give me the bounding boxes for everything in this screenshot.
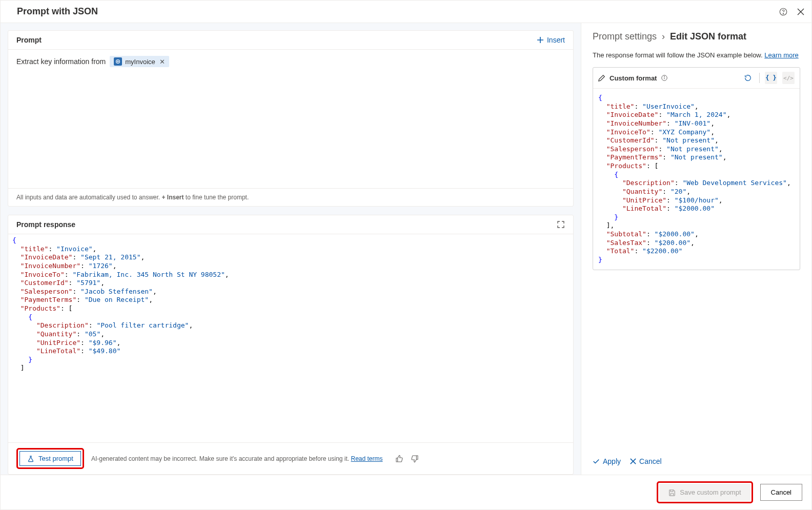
chip-remove-icon[interactable]: ✕	[159, 58, 165, 66]
edit-icon	[598, 74, 605, 81]
code-view-icon[interactable]: </>	[782, 72, 795, 84]
breadcrumb: Prompt settings › Edit JSON format	[581, 23, 811, 46]
svg-point-4	[664, 76, 665, 77]
thumbs-up-icon[interactable]	[395, 455, 403, 463]
info-icon[interactable]	[661, 74, 668, 81]
prompt-panel: Prompt Insert Extract key information fr…	[8, 30, 574, 207]
test-prompt-label: Test prompt	[38, 455, 73, 462]
response-json-viewer[interactable]: { "title": "Invoice", "InvoiceDate": "Se…	[8, 234, 573, 442]
learn-more-link[interactable]: Learn more	[764, 51, 798, 59]
breadcrumb-current: Edit JSON format	[670, 31, 746, 42]
insert-label: Insert	[547, 36, 565, 44]
custom-format-panel: Custom format { } </> { "titl	[593, 67, 800, 270]
save-button-highlight: Save custom prompt	[657, 481, 753, 503]
help-icon[interactable]	[779, 7, 788, 16]
dialog-footer: Save custom prompt Cancel	[1, 475, 811, 509]
expand-icon[interactable]	[557, 220, 565, 229]
reset-icon[interactable]	[742, 72, 754, 84]
inline-cancel-button[interactable]: Cancel	[630, 457, 662, 465]
svg-point-1	[783, 13, 783, 14]
close-icon[interactable]	[797, 8, 804, 15]
json-view-icon[interactable]: { }	[765, 72, 777, 84]
cancel-button[interactable]: Cancel	[760, 484, 802, 501]
right-column: Prompt settings › Edit JSON format The r…	[581, 23, 811, 475]
apply-button[interactable]: Apply	[593, 457, 621, 465]
breadcrumb-parent[interactable]: Prompt settings	[593, 31, 657, 42]
chip-label: myInvoice	[125, 58, 155, 66]
titlebar: Prompt with JSON	[1, 1, 811, 23]
document-icon	[114, 57, 122, 66]
ai-disclaimer: AI-generated content may be incorrect. M…	[91, 455, 383, 462]
insert-button[interactable]: Insert	[537, 36, 565, 44]
save-custom-prompt-button[interactable]: Save custom prompt	[659, 484, 750, 501]
custom-format-editor[interactable]: { "title": "UserInvoice", "InvoiceDate":…	[593, 89, 800, 270]
test-prompt-highlight: Test prompt	[16, 448, 84, 469]
left-column: Prompt Insert Extract key information fr…	[1, 23, 581, 475]
prompt-text-prefix: Extract key information from	[16, 57, 106, 66]
chevron-right-icon: ›	[662, 31, 665, 42]
response-panel: Prompt response { "title": "Invoice", "I…	[8, 215, 574, 475]
test-prompt-button[interactable]: Test prompt	[19, 451, 81, 466]
custom-format-label: Custom format	[610, 74, 657, 82]
response-panel-title: Prompt response	[16, 220, 557, 229]
page-title: Prompt with JSON	[17, 6, 779, 17]
format-description: The response format will follow the JSON…	[581, 46, 811, 67]
prompt-panel-title: Prompt	[16, 36, 537, 44]
prompt-input-area[interactable]: Extract key information from myInvoice ✕	[8, 50, 573, 188]
thumbs-down-icon[interactable]	[411, 455, 419, 463]
prompt-footer-hint: All inputs and data are automatically us…	[8, 188, 573, 206]
read-terms-link[interactable]: Read terms	[351, 455, 383, 462]
input-chip-myinvoice[interactable]: myInvoice ✕	[110, 56, 169, 67]
